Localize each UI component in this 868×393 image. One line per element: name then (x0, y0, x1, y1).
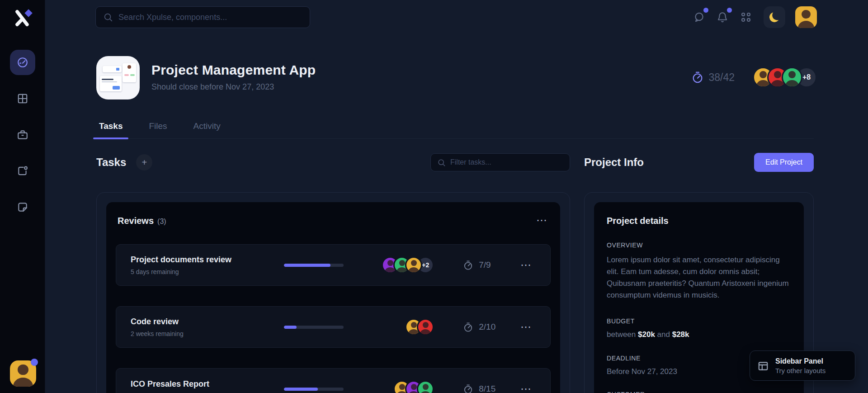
page-title: Project Management App (151, 62, 316, 78)
group-count: (3) (157, 218, 166, 226)
sidebar-item-dashboard[interactable] (10, 50, 35, 75)
task-assignees[interactable] (344, 380, 437, 393)
filter-tasks (430, 153, 570, 171)
notifications-button[interactable] (717, 11, 728, 23)
task-count: 7/9 (479, 260, 491, 270)
task-title: Code review (131, 317, 284, 327)
details-title: Project details (607, 216, 791, 226)
customer-label: CUSTOMER (607, 391, 791, 393)
assignee-avatar (417, 318, 434, 336)
user-notification-dot (31, 359, 38, 366)
group-menu-button[interactable]: ⋯ (536, 218, 548, 223)
project-members[interactable]: +8 (753, 67, 817, 88)
topbar-actions (693, 6, 817, 28)
toast-title: Sidebar Panel (775, 357, 826, 365)
stopwatch-icon (463, 384, 473, 393)
overview-text: Lorem ipsum dolor sit amet, consectetur … (607, 254, 793, 301)
tab-tasks[interactable]: Tasks (96, 118, 125, 138)
gauge-icon (17, 57, 28, 68)
tasks-board: Reviews (3) ⋯ Project documents review 5… (96, 192, 570, 393)
tab-files[interactable]: Files (146, 118, 170, 138)
bell-icon (717, 11, 728, 23)
tab-activity[interactable]: Activity (191, 118, 223, 138)
project-tabs: Tasks Files Activity (96, 118, 814, 139)
chat-icon (693, 11, 705, 23)
sidebar-nav (0, 50, 45, 220)
frame-dot-icon (17, 165, 28, 177)
task-title: ICO Presales Report (131, 379, 284, 389)
project-info-heading: Project Info (584, 156, 644, 169)
task-row[interactable]: Project documents review 5 days remainin… (116, 244, 551, 286)
budget-label: BUDGET (607, 317, 791, 325)
search-icon (437, 158, 446, 167)
chat-notification-dot (703, 8, 708, 13)
task-remaining: 5 days remaining (131, 268, 284, 275)
task-row[interactable]: ICO Presales Report (116, 368, 551, 393)
project-thumbnail (96, 56, 140, 99)
page-subtitle: Should close before Nov 27, 2023 (151, 82, 316, 92)
project-header: Project Management App Should close befo… (96, 56, 817, 99)
stopwatch-icon (463, 322, 473, 332)
edit-project-button[interactable]: Edit Project (754, 153, 814, 172)
assignee-avatar (417, 380, 434, 393)
tasks-panel: Tasks + Reviews (3) ⋯ (96, 153, 570, 393)
layout-icon (757, 360, 769, 372)
stopwatch-icon (691, 71, 704, 84)
sidebar-user-avatar[interactable] (10, 360, 36, 387)
sidebar-item-notes[interactable] (10, 194, 35, 220)
task-assignees[interactable]: +2 (344, 256, 437, 274)
grid-icon (17, 93, 28, 104)
toast-subtitle: Try other layouts (775, 367, 826, 374)
sidebar-item-board[interactable] (10, 158, 35, 184)
app-logo-icon[interactable] (12, 7, 33, 29)
task-remaining: 2 weeks remaining (131, 330, 284, 337)
task-row[interactable]: Code review 2 weeks remaining (116, 306, 551, 348)
task-count: 2/10 (479, 322, 495, 332)
member-avatar (782, 67, 802, 88)
group-title: Reviews (118, 216, 154, 226)
user-illustration (795, 6, 817, 28)
task-assignees[interactable] (344, 318, 437, 336)
sidebar (0, 0, 45, 393)
sidebar-item-components[interactable] (10, 86, 35, 111)
briefcase-icon (17, 129, 28, 141)
apps-grid-icon (740, 11, 752, 23)
budget-value: between $20k and $28k (607, 330, 791, 339)
search-icon (103, 12, 113, 22)
sticker-icon (17, 201, 28, 213)
add-task-button[interactable]: + (136, 154, 152, 170)
notifications-dot (727, 8, 732, 13)
filter-tasks-input[interactable] (450, 158, 563, 166)
stopwatch-icon (463, 260, 473, 270)
tasks-progress-count: 38/42 (708, 71, 735, 84)
reviews-group-card: Reviews (3) ⋯ Project documents review 5… (106, 202, 560, 393)
task-progressbar (284, 326, 344, 329)
theme-toggle[interactable] (764, 6, 785, 28)
tasks-heading: Tasks (96, 156, 126, 169)
task-menu-button[interactable]: ⋯ (520, 325, 532, 329)
task-progressbar (284, 264, 344, 267)
task-progressbar (284, 388, 344, 391)
sidebar-panel-toast[interactable]: Sidebar Panel Try other layouts (750, 350, 855, 381)
topbar-user-avatar[interactable] (795, 6, 817, 28)
assignee-avatar (405, 256, 422, 274)
global-search (95, 6, 310, 28)
apps-button[interactable] (740, 11, 752, 23)
chat-button[interactable] (693, 11, 705, 23)
task-menu-button[interactable]: ⋯ (520, 263, 532, 267)
task-title: Project documents review (131, 255, 284, 265)
sidebar-item-projects[interactable] (10, 122, 35, 147)
task-count: 8/15 (479, 384, 495, 393)
task-menu-button[interactable]: ⋯ (520, 387, 532, 391)
global-search-input[interactable] (118, 13, 302, 22)
moon-icon (769, 11, 780, 23)
overview-label: OVERVIEW (607, 241, 791, 249)
